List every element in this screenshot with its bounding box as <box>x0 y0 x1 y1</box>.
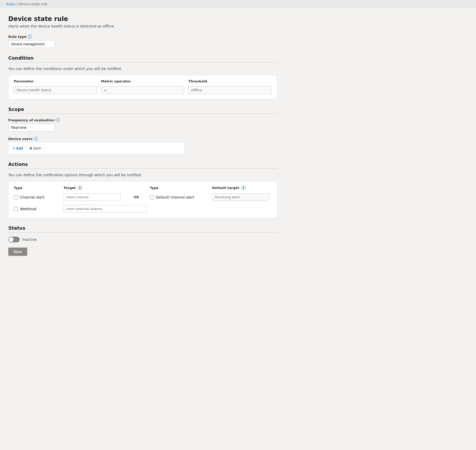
condition-divider <box>8 62 277 62</box>
channel-alert-row: Channel alert OR Default channel alert <box>14 193 271 201</box>
toggle-slider <box>8 237 20 242</box>
webhook-row: Webhook <box>14 205 271 213</box>
select-channel-container <box>64 193 123 201</box>
condition-table-header: Parameter Metric operator Threshold <box>14 79 271 83</box>
col-metric-operator: Metric operator <box>101 79 184 83</box>
condition-table: Parameter Metric operator Threshold Devi… <box>8 75 277 99</box>
actions-heading: Actions <box>8 161 277 167</box>
select-channel-input[interactable] <box>64 193 121 201</box>
frequency-input[interactable] <box>8 124 55 131</box>
actions-divider <box>8 168 277 169</box>
condition-heading: Condition <box>8 55 277 61</box>
actions-col-default-target: Default target i <box>212 186 271 190</box>
breadcrumb: Rules \ Device state rule <box>0 0 476 8</box>
col-threshold: Threshold <box>188 79 271 83</box>
default-channel-alert-label[interactable]: Default channel alert <box>150 195 209 199</box>
or-label: OR <box>126 195 147 199</box>
rule-type-input[interactable] <box>8 40 55 48</box>
webhook-label[interactable]: Webhook <box>14 207 60 211</box>
status-section: Status Inactive Save <box>8 225 277 256</box>
breadcrumb-current: Device state rule <box>19 2 47 6</box>
save-button[interactable]: Save <box>8 248 27 256</box>
channel-alert-label[interactable]: Channel alert <box>14 195 60 199</box>
toggle-label: Inactive <box>22 237 37 242</box>
webhook-checkbox[interactable] <box>14 207 18 211</box>
webhook-input-container <box>64 205 271 213</box>
webhook-text: Webhook <box>20 207 37 211</box>
page-subtitle: Alerts when the device health status is … <box>8 24 277 28</box>
actions-col-target: Target i <box>64 186 123 190</box>
frequency-label: Frequency of evaluation i <box>8 118 277 122</box>
add-device-users-button[interactable]: + Add <box>13 146 23 150</box>
actions-description: You can define the notification options … <box>8 173 277 177</box>
channel-alert-checkbox[interactable] <box>14 195 18 199</box>
actions-col-type2: Type <box>150 186 209 190</box>
rule-type-info-icon: i <box>28 34 32 39</box>
add-button-label: Add <box>16 146 23 150</box>
toggle-row: Inactive <box>8 237 277 242</box>
breadcrumb-separator: \ <box>16 2 19 6</box>
device-users-box: + Add 0 item <box>8 142 185 154</box>
frequency-info-icon: i <box>55 118 60 122</box>
device-users-info-icon: i <box>34 137 38 141</box>
monitoring-alerts-container <box>212 193 271 201</box>
scope-heading: Scope <box>8 107 277 112</box>
device-users-label: Device users i <box>8 137 277 141</box>
status-divider <box>8 232 277 233</box>
page-title: Device state rule <box>8 15 277 23</box>
rule-type-label: Rule type i <box>8 34 277 39</box>
default-target-info-icon: i <box>241 186 246 190</box>
target-info-icon: i <box>78 186 82 190</box>
plus-icon: + <box>13 146 15 150</box>
actions-table-header: Type Target i Type Default target i <box>14 186 271 190</box>
status-heading: Status <box>8 225 277 231</box>
condition-description: You can define the conditions under whic… <box>8 67 277 71</box>
operator-value: = <box>101 86 184 94</box>
actions-col-type: Type <box>14 186 60 190</box>
parameter-value: Device health status <box>14 86 97 94</box>
divider-vertical <box>26 146 26 151</box>
channel-alert-text: Channel alert <box>20 195 44 199</box>
actions-table: Type Target i Type Default target i Chan… <box>8 181 277 218</box>
webhook-input[interactable] <box>64 205 146 213</box>
condition-table-row: Device health status = Offline <box>14 86 271 94</box>
monitoring-alerts-input[interactable] <box>212 193 269 201</box>
breadcrumb-parent-link[interactable]: Rules <box>6 2 15 6</box>
col-parameter: Parameter <box>14 79 97 83</box>
status-toggle[interactable] <box>8 237 20 242</box>
item-count: 0 item <box>29 146 41 150</box>
threshold-value: Offline <box>188 86 271 94</box>
default-channel-alert-text: Default channel alert <box>156 195 194 199</box>
default-channel-alert-checkbox[interactable] <box>150 195 154 199</box>
scope-divider <box>8 114 277 114</box>
